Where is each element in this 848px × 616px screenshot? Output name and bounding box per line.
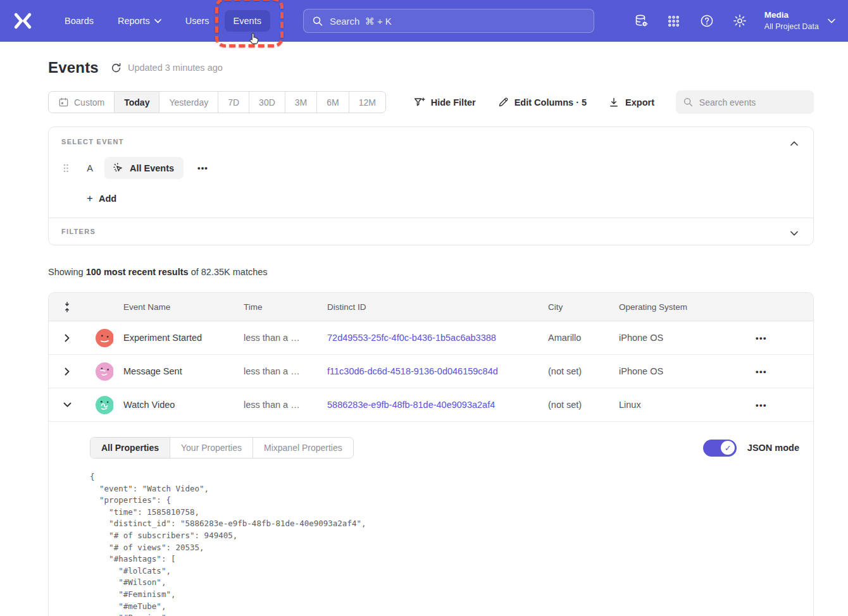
nav-item-events[interactable]: Events xyxy=(225,10,270,32)
row-actions-button[interactable]: ••• xyxy=(756,333,767,343)
date-range-12m[interactable]: 12M xyxy=(349,92,385,113)
tab-all-properties[interactable]: All Properties xyxy=(90,438,170,458)
drag-handle-icon[interactable] xyxy=(61,163,70,173)
edit-columns-button[interactable]: Edit Columns · 5 xyxy=(497,97,587,108)
date-range-3m[interactable]: 3M xyxy=(285,92,317,113)
city-cell: (not set) xyxy=(538,366,609,376)
mixpanel-logo-icon[interactable] xyxy=(13,11,34,30)
add-event-button[interactable]: + Add xyxy=(87,193,116,204)
nav-item-boards[interactable]: Boards xyxy=(56,10,103,32)
export-label: Export xyxy=(625,97,654,108)
select-event-section: SELECT EVENT A xyxy=(49,127,813,218)
summary-count: 100 most recent results xyxy=(86,267,189,277)
date-range-selector: Custom Today Yesterday 7D 30D 3M 6M 12M xyxy=(48,91,386,113)
toggle-knob: ✓ xyxy=(721,441,735,455)
row-actions-button[interactable]: ••• xyxy=(756,367,767,376)
refresh-icon[interactable] xyxy=(110,62,122,74)
event-selector-label: All Events xyxy=(130,163,174,173)
calendar-icon xyxy=(58,97,69,108)
query-builder-card: SELECT EVENT A xyxy=(48,126,814,245)
results-summary: Showing 100 most recent results of 82.35… xyxy=(48,267,814,277)
collapse-section-button[interactable] xyxy=(787,136,802,151)
time-cell: less than a min... xyxy=(234,400,317,410)
nav-item-reports-label: Reports xyxy=(118,16,150,26)
export-button[interactable]: Export xyxy=(608,97,654,108)
json-mode-label: JSON mode xyxy=(747,443,799,453)
tab-your-properties[interactable]: Your Properties xyxy=(170,438,253,458)
table-row-expanded[interactable]: Watch Video less than a min... 5886283e-… xyxy=(49,388,813,422)
download-icon xyxy=(608,97,620,108)
summary-suffix: of 82.35K matches xyxy=(189,267,268,277)
date-range-yesterday[interactable]: Yesterday xyxy=(159,92,218,113)
chevron-down-icon xyxy=(154,19,161,23)
city-cell: Amarillo xyxy=(538,333,609,343)
event-name-cell: Watch Video xyxy=(113,400,234,410)
date-range-7d[interactable]: 7D xyxy=(218,92,249,113)
distinct-id-link[interactable]: 72d49553-25fc-4f0c-b436-1b5ac6ab3388 xyxy=(317,333,538,343)
apps-grid-icon[interactable] xyxy=(662,9,686,33)
global-search[interactable] xyxy=(303,9,594,33)
col-event-name: Event Name xyxy=(113,302,234,312)
magic-cursor-icon xyxy=(112,162,124,174)
nav-item-events-label: Events xyxy=(234,16,261,26)
col-city: City xyxy=(538,302,609,312)
date-range-custom[interactable]: Custom xyxy=(49,92,115,113)
table-header: Event Name Time Distinct ID City Operati… xyxy=(49,293,813,321)
chevron-up-icon xyxy=(790,141,798,146)
help-icon[interactable] xyxy=(695,9,719,33)
check-icon: ✓ xyxy=(725,444,732,452)
data-management-icon[interactable] xyxy=(629,9,653,33)
hide-filter-label: Hide Filter xyxy=(431,97,476,108)
os-cell: iPhone OS xyxy=(609,366,744,376)
event-selector-button[interactable]: All Events xyxy=(104,157,184,179)
pencil-icon xyxy=(497,97,509,108)
collapse-all-rows-icon[interactable] xyxy=(49,302,85,312)
col-time: Time xyxy=(234,302,317,312)
search-icon xyxy=(313,16,323,27)
event-row-letter: A xyxy=(84,163,96,173)
event-json-viewer[interactable]: { "event": "Watch Video", "properties": … xyxy=(90,471,802,616)
distinct-id-link[interactable]: 5886283e-e9fb-48fb-81de-40e9093a2af4 xyxy=(317,400,538,410)
edit-columns-label: Edit Columns · 5 xyxy=(514,97,587,108)
global-search-input[interactable] xyxy=(330,16,585,27)
expand-row-chevron-right-icon[interactable] xyxy=(49,367,85,376)
event-detail-panel: All Properties Your Properties Mixpanel … xyxy=(49,422,813,616)
date-range-today[interactable]: Today xyxy=(115,92,159,113)
filters-section[interactable]: FILTERS xyxy=(49,218,813,245)
os-cell: Linux xyxy=(609,400,744,410)
expand-filters-button[interactable] xyxy=(787,226,802,241)
time-cell: less than a min... xyxy=(234,366,317,376)
event-name-cell: Message Sent xyxy=(113,366,234,376)
add-event-label: Add xyxy=(99,194,116,204)
primary-nav: Boards Reports Users Events xyxy=(56,10,270,32)
search-events-input[interactable] xyxy=(699,97,806,108)
nav-item-users[interactable]: Users xyxy=(177,10,218,32)
search-events-box[interactable] xyxy=(676,90,814,114)
distinct-id-link[interactable]: f11c30d6-dc6d-4518-9136-0d046159c84d xyxy=(317,366,538,376)
navbar-actions: Media All Project Data xyxy=(629,9,835,33)
nav-item-reports[interactable]: Reports xyxy=(109,10,170,32)
properties-tabs: All Properties Your Properties Mixpanel … xyxy=(90,437,354,459)
row-actions-button[interactable]: ••• xyxy=(756,400,767,410)
tab-mixpanel-properties[interactable]: Mixpanel Properties xyxy=(253,438,353,458)
project-switcher[interactable]: Media All Project Data xyxy=(764,9,835,32)
chevron-down-icon xyxy=(828,18,835,23)
event-name-cell: Experiment Started xyxy=(113,333,234,343)
json-mode-toggle[interactable]: ✓ xyxy=(703,440,737,457)
pointer-cursor-icon xyxy=(247,32,261,46)
date-range-30d[interactable]: 30D xyxy=(249,92,285,113)
events-table: Event Name Time Distinct ID City Operati… xyxy=(48,292,814,616)
collapse-row-chevron-down-icon[interactable] xyxy=(49,402,85,407)
col-os: Operating System xyxy=(609,302,744,312)
table-row[interactable]: Experiment Started less than a min... 72… xyxy=(49,321,813,355)
date-range-6m[interactable]: 6M xyxy=(317,92,349,113)
plus-icon: + xyxy=(87,193,93,204)
settings-gear-icon[interactable] xyxy=(728,9,752,33)
event-row-more-button[interactable]: ••• xyxy=(192,161,213,175)
hide-filter-button[interactable]: Hide Filter xyxy=(413,96,476,108)
project-name: Media xyxy=(764,9,819,21)
filter-funnel-icon xyxy=(413,96,425,108)
table-row[interactable]: Message Sent less than a min... f11c30d6… xyxy=(49,355,813,388)
os-cell: iPhone OS xyxy=(609,333,744,343)
expand-row-chevron-right-icon[interactable] xyxy=(49,334,85,342)
